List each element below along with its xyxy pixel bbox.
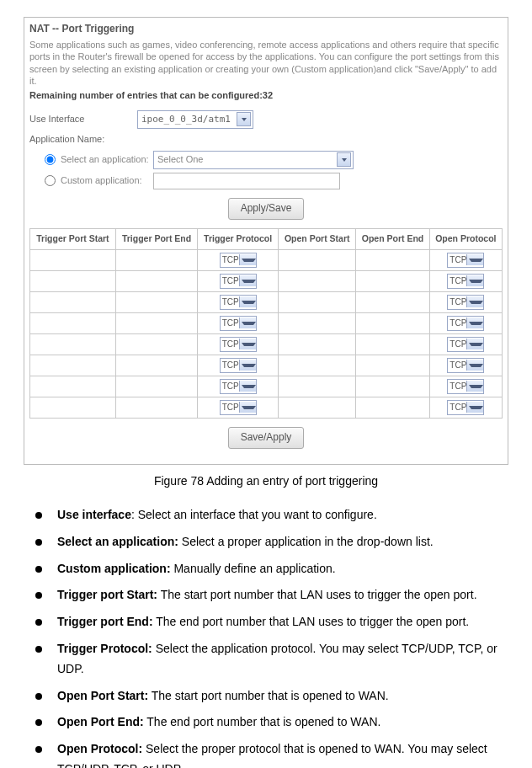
trigger-protocol-select[interactable]: TCP: [220, 274, 257, 289]
chevron-down-icon: [466, 381, 483, 392]
apply-save-button[interactable]: Apply/Save: [228, 198, 305, 220]
list-item-term: Use interface: [57, 508, 131, 521]
list-item-term: Select an application:: [57, 535, 178, 548]
list-item-term: Custom application:: [57, 562, 171, 575]
trigger-protocol-select[interactable]: TCP: [220, 295, 257, 310]
port-cell[interactable]: [30, 397, 116, 418]
port-cell[interactable]: [279, 397, 356, 418]
chevron-down-icon: [239, 296, 256, 307]
port-cell[interactable]: [30, 249, 116, 270]
select-application-radio[interactable]: [45, 154, 56, 165]
list-item-desc: : Select an interface that you want to c…: [131, 508, 377, 521]
custom-application-radio[interactable]: [45, 175, 56, 186]
use-interface-label: Use Interface: [29, 112, 137, 127]
open-protocol-select[interactable]: TCP: [447, 274, 484, 289]
table-row: TCPTCP: [30, 397, 503, 418]
list-item-desc: The start port number that LAN uses to t…: [157, 588, 477, 601]
port-cell[interactable]: [356, 249, 430, 270]
port-cell[interactable]: [279, 333, 356, 355]
select-application-value: Select One: [157, 152, 203, 168]
list-item: Trigger Protocol: Select the application…: [24, 639, 508, 680]
port-cell[interactable]: [115, 355, 197, 376]
table-row: TCPTCP: [30, 291, 503, 312]
open-protocol-select[interactable]: TCP: [447, 337, 484, 352]
list-item: Open Protocol: Select the proper protoco…: [24, 739, 508, 768]
port-cell[interactable]: [30, 376, 116, 397]
select-application-row: Select an application: Select One: [29, 151, 503, 169]
port-cell[interactable]: [115, 291, 197, 312]
screenshot-title: NAT -- Port Triggering: [29, 21, 503, 37]
list-item: Open Port End: The end port number that …: [24, 712, 508, 733]
list-item-term: Open Protocol:: [57, 742, 142, 755]
use-interface-row: Use Interface ipoe_0_0_3d/atm1: [29, 110, 503, 129]
open-protocol-select[interactable]: TCP: [447, 295, 484, 310]
trigger-protocol-select[interactable]: TCP: [220, 253, 257, 268]
use-interface-select[interactable]: ipoe_0_0_3d/atm1: [137, 110, 253, 129]
col-open-port-end: Open Port End: [356, 228, 430, 249]
chevron-down-icon: [466, 402, 483, 413]
list-item: Select an application: Select a proper a…: [24, 532, 508, 552]
save-apply-button[interactable]: Save/Apply: [228, 427, 305, 449]
trigger-protocol-select[interactable]: TCP: [220, 358, 257, 373]
port-cell[interactable]: [30, 355, 116, 376]
open-protocol-select[interactable]: TCP: [447, 316, 484, 331]
port-cell[interactable]: [356, 376, 430, 397]
port-cell[interactable]: [115, 376, 197, 397]
protocol-value: TCP: [221, 275, 239, 288]
protocol-value: TCP: [448, 338, 466, 351]
port-cell[interactable]: [279, 249, 356, 270]
open-protocol-select[interactable]: TCP: [447, 400, 484, 415]
chevron-down-icon: [466, 339, 483, 349]
list-item-desc: Select a proper application in the drop-…: [178, 535, 434, 548]
table-row: TCPTCP: [30, 376, 503, 397]
trigger-protocol-select[interactable]: TCP: [220, 400, 257, 415]
chevron-down-icon: [239, 275, 256, 286]
list-item-desc: The start port number that is opened to …: [148, 689, 389, 702]
open-protocol-select[interactable]: TCP: [447, 358, 484, 373]
trigger-protocol-select[interactable]: TCP: [220, 316, 257, 331]
port-cell[interactable]: [115, 333, 197, 355]
list-item-desc: The end port number that LAN uses to tri…: [153, 615, 470, 628]
chevron-down-icon: [466, 275, 483, 286]
trigger-protocol-select[interactable]: TCP: [220, 379, 257, 394]
protocol-value: TCP: [221, 380, 239, 393]
port-cell[interactable]: [279, 291, 356, 312]
port-cell[interactable]: [30, 312, 116, 333]
open-protocol-select[interactable]: TCP: [447, 253, 484, 268]
port-cell[interactable]: [115, 270, 197, 291]
list-item-desc: Manually define an application.: [171, 562, 336, 575]
custom-application-input[interactable]: [153, 173, 340, 189]
remaining-entries-label: Remaining number of entries that can be …: [29, 88, 503, 104]
open-protocol-select[interactable]: TCP: [447, 379, 484, 394]
port-cell[interactable]: [115, 249, 197, 270]
port-cell[interactable]: [356, 355, 430, 376]
chevron-down-icon: [466, 296, 483, 307]
port-cell[interactable]: [279, 270, 356, 291]
port-cell[interactable]: [115, 312, 197, 333]
port-cell[interactable]: [30, 333, 116, 355]
port-table: Trigger Port Start Trigger Port End Trig…: [29, 228, 503, 419]
protocol-value: TCP: [221, 253, 239, 267]
port-cell[interactable]: [279, 312, 356, 333]
port-cell[interactable]: [115, 397, 197, 418]
port-cell[interactable]: [356, 312, 430, 333]
port-cell[interactable]: [356, 270, 430, 291]
protocol-value: TCP: [221, 338, 239, 351]
port-cell[interactable]: [279, 355, 356, 376]
port-cell[interactable]: [356, 333, 430, 355]
protocol-value: TCP: [448, 401, 466, 414]
chevron-down-icon: [466, 254, 483, 265]
select-application-select[interactable]: Select One: [153, 151, 354, 169]
custom-application-label: Custom application:: [61, 173, 153, 189]
port-cell[interactable]: [30, 291, 116, 312]
protocol-value: TCP: [448, 380, 466, 393]
port-cell[interactable]: [30, 270, 116, 291]
col-trigger-port-start: Trigger Port Start: [30, 228, 116, 249]
port-cell[interactable]: [356, 397, 430, 418]
list-item-term: Trigger Protocol:: [57, 642, 152, 655]
port-cell[interactable]: [279, 376, 356, 397]
port-cell[interactable]: [356, 291, 430, 312]
trigger-protocol-select[interactable]: TCP: [220, 337, 257, 352]
list-item-desc: The end port number that is opened to WA…: [144, 715, 381, 728]
application-name-label: Application Name:: [29, 132, 137, 147]
